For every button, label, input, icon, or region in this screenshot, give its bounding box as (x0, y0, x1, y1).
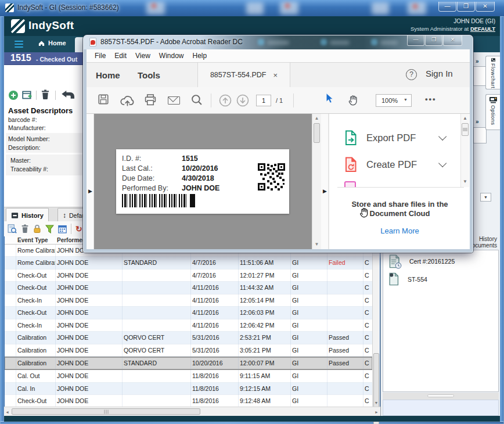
more-tools-icon[interactable]: ••• (425, 95, 437, 103)
table-row[interactable]: Check-OutJOHN DOE4/11/201612:06:03 PMGIC (5, 307, 372, 319)
delete-icon[interactable] (41, 89, 50, 100)
tab-tools[interactable]: Tools (138, 63, 160, 87)
save-icon[interactable] (98, 94, 109, 105)
chevron-down-icon[interactable] (438, 159, 447, 167)
scrollbar-thumb[interactable] (12, 408, 200, 415)
scroll-down-icon[interactable]: ▼ (373, 400, 380, 406)
sign-in-link[interactable]: Sign In (426, 69, 453, 78)
table-cell: 11/8/2016 (191, 370, 239, 382)
page-number-input[interactable]: 1 (256, 95, 271, 106)
dropdown-button[interactable]: ▼ (480, 193, 491, 202)
table-row[interactable]: Check-InJOHN DOE4/11/201612:05:14 PMGIC (5, 294, 372, 307)
table-cell: STANDARD (123, 257, 191, 269)
tab-history[interactable]: History (6, 208, 49, 222)
main-window-titlebar[interactable]: IndySoft - GI (Session: #583662) — ❐ ✕ (0, 0, 504, 16)
menu-view[interactable]: View (135, 52, 150, 60)
table-vertical-scrollbar[interactable]: ▼ (372, 245, 380, 407)
list-item[interactable]: ST-554 (389, 272, 427, 286)
table-row[interactable]: Cal. OutJOHN DOE11/8/20169:11:15 AMGIC (5, 370, 372, 382)
acrobat-minimize-button[interactable]: — (407, 35, 424, 46)
column-header-event-type[interactable]: Event Type (17, 237, 48, 243)
calendar-grid-icon[interactable] (58, 225, 67, 233)
export-pdf-item[interactable]: Export PDF (329, 129, 457, 146)
acrobat-window[interactable]: 8857ST-554.PDF - Adobe Acrobat Reader DC… (83, 35, 473, 253)
help-icon[interactable]: ? (406, 69, 417, 80)
create-pdf-item[interactable]: Create PDF (329, 156, 457, 173)
scrollbar-thumb[interactable] (462, 123, 469, 136)
add-icon[interactable] (9, 91, 18, 100)
tab-close-icon[interactable]: × (273, 71, 278, 80)
menu-edit[interactable]: Edit (114, 52, 127, 60)
calendar-add-icon[interactable] (22, 90, 32, 100)
lower-subpanel (383, 400, 499, 416)
minimize-button[interactable]: — (438, 2, 456, 12)
scrollbar-thumb[interactable] (314, 123, 320, 143)
acrobat-maximize-button[interactable]: ❐ (425, 35, 442, 46)
scroll-up-icon[interactable]: ▲ (312, 116, 321, 121)
delete-row-icon[interactable] (21, 224, 29, 233)
collapse-chevrons-icon[interactable]: » (476, 58, 479, 64)
pdf-page-area[interactable]: I.D. #:1515 Last Cal.:10/20/2016 Due Dat… (94, 114, 312, 249)
pane-expand-icon[interactable]: ▶ (323, 188, 327, 194)
history-documents-list: Cert #:20161225 ST-554 (383, 250, 499, 392)
side-field[interactable] (473, 127, 487, 143)
tab-home[interactable]: Home (96, 63, 120, 87)
search-icon[interactable] (191, 94, 203, 106)
scroll-right-icon[interactable]: ► (375, 409, 379, 415)
learn-more-link[interactable]: Learn More (329, 227, 470, 235)
table-row[interactable]: Check-OutJOHN DOE11/8/20169:12:48 AMGIC (5, 395, 372, 407)
left-pane-bar[interactable]: ▶ (87, 114, 94, 249)
close-button[interactable]: ✕ (476, 2, 495, 12)
table-row[interactable]: Cal. InJOHN DOE11/8/20169:12:15 AMGIC (5, 383, 372, 395)
print-icon[interactable] (145, 94, 156, 106)
refresh-icon[interactable]: ↻ (75, 224, 82, 233)
lock-icon[interactable] (33, 224, 41, 233)
select-tool-icon[interactable] (326, 93, 333, 104)
table-horizontal-scrollbar[interactable]: ◄ ► (4, 407, 380, 416)
tab-document[interactable]: 8857ST-554.PDF × (197, 63, 290, 87)
acrobat-close-button[interactable]: ✕ (443, 35, 462, 46)
scroll-down-icon[interactable]: ▼ (312, 242, 321, 247)
menu-window[interactable]: Window (159, 52, 184, 60)
list-item[interactable]: Cert #:20161225 (389, 254, 455, 269)
side-field[interactable] (473, 66, 487, 86)
acrobat-titlebar[interactable]: 8857ST-554.PDF - Adobe Acrobat Reader DC… (84, 35, 473, 49)
table-cell: 12:05:14 PM (239, 294, 291, 307)
chevron-down-icon[interactable] (438, 132, 447, 141)
preview-document-icon[interactable] (8, 224, 17, 233)
tab-flowchart[interactable]: Flowchart (485, 56, 500, 89)
maximize-button[interactable]: ❐ (457, 2, 475, 12)
zoom-level-select[interactable]: 100% ▼ (376, 94, 412, 107)
table-row[interactable]: CalibrationJOHN DOEQORVO CERT5/31/20162:… (5, 332, 372, 344)
undo-check-in-icon[interactable] (61, 90, 78, 99)
table-row[interactable]: Check-OutJOHN DOE4/7/201612:01:27 PMGIC (5, 270, 372, 282)
filter-icon[interactable] (45, 225, 54, 233)
tools-scrollbar[interactable]: ▲ ▼ (460, 114, 469, 187)
cloud-upload-icon[interactable] (120, 95, 135, 106)
table-row[interactable]: CalibrationJOHN DOEQORVO CERT5/31/20163:… (5, 344, 372, 357)
email-icon[interactable] (168, 96, 180, 105)
page-down-icon[interactable] (236, 94, 249, 107)
right-pane-bar[interactable]: ▶ (321, 114, 329, 249)
panel-splitter[interactable] (383, 393, 499, 400)
scroll-down-icon[interactable]: ▼ (461, 179, 469, 185)
table-row[interactable]: Check-OutJOHN DOE4/11/201611:44:32 AMGIC (5, 282, 372, 294)
table-row[interactable]: Rome CalibraticJOHN DOESTANDARD4/7/20161… (5, 257, 372, 269)
scroll-left-icon[interactable]: ◄ (5, 409, 9, 415)
splitter-grip[interactable] (427, 394, 454, 397)
nav-home[interactable]: Home (38, 39, 66, 46)
table-row[interactable]: Check-InJOHN DOE4/11/201612:06:42 PMGIC (5, 319, 372, 332)
page-up-icon[interactable] (219, 94, 232, 107)
tab-options[interactable]: Options (485, 94, 500, 130)
scroll-up-icon[interactable]: ▲ (461, 116, 469, 121)
pdf-vertical-scrollbar[interactable]: ▲ ▼ (312, 114, 321, 249)
user-role-link[interactable]: DEFAULT (470, 26, 495, 32)
table-row[interactable]: CalibrationJOHN DOESTANDARD10/20/201612:… (5, 357, 372, 370)
menu-help[interactable]: Help (193, 52, 207, 60)
pane-expand-icon[interactable]: ▶ (88, 188, 92, 194)
acrobat-toolbar: 1 / 1 100% ▼ ••• (87, 87, 470, 114)
menu-file[interactable]: File (95, 52, 106, 60)
hand-tool-icon[interactable] (348, 94, 359, 106)
collapse-chevrons-icon[interactable]: » (476, 118, 479, 125)
hamburger-menu-icon[interactable] (15, 41, 23, 49)
